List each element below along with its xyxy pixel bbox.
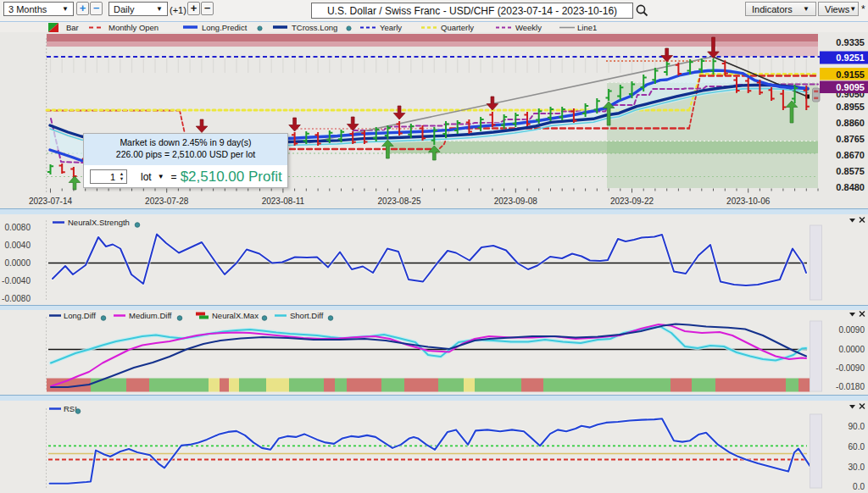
svg-text:2023-08-25: 2023-08-25 [378, 197, 422, 206]
svg-text:0.0: 0.0 [853, 482, 865, 491]
svg-text:0.9155: 0.9155 [836, 69, 865, 80]
svg-text:0.9335: 0.9335 [836, 37, 865, 47]
svg-text:-0.0080: -0.0080 [2, 294, 31, 303]
svg-text:-0.0180: -0.0180 [836, 382, 865, 391]
svg-text:0.8575: 0.8575 [836, 166, 865, 176]
svg-text:0.0090: 0.0090 [838, 325, 865, 335]
svg-text:Long.Diff: Long.Diff [64, 311, 96, 320]
svg-text:NeuralX.Max: NeuralX.Max [212, 311, 259, 320]
svg-text:Short.Diff: Short.Diff [290, 311, 324, 320]
svg-text:60.0: 60.0 [849, 442, 865, 451]
svg-text:0.0000: 0.0000 [4, 258, 31, 268]
svg-text:0.0080: 0.0080 [4, 223, 31, 232]
svg-text:0.8765: 0.8765 [836, 134, 865, 144]
svg-text:-0.0040: -0.0040 [2, 276, 31, 285]
svg-text:2023-07-14: 2023-07-14 [29, 197, 73, 206]
svg-text:Medium.Diff: Medium.Diff [129, 311, 172, 320]
svg-text:0.8670: 0.8670 [836, 150, 865, 160]
svg-text:0.0000: 0.0000 [838, 345, 865, 354]
svg-text:0.8955: 0.8955 [836, 102, 865, 112]
svg-text:90.0: 90.0 [849, 422, 865, 431]
svg-text:0.0040: 0.0040 [4, 241, 31, 250]
svg-text:-0.0090: -0.0090 [836, 363, 865, 373]
svg-text:0.8480: 0.8480 [836, 182, 865, 192]
svg-text:2023-10-06: 2023-10-06 [726, 197, 771, 206]
svg-text:NeuralX.Strength: NeuralX.Strength [68, 218, 130, 227]
svg-text:0.8860: 0.8860 [836, 118, 865, 128]
svg-text:RSI: RSI [64, 404, 77, 413]
svg-text:0.9251: 0.9251 [836, 53, 865, 63]
svg-text:2023-09-08: 2023-09-08 [494, 197, 538, 206]
svg-text:2023-09-22: 2023-09-22 [610, 197, 654, 206]
svg-text:2023-07-28: 2023-07-28 [145, 197, 189, 206]
svg-text:0.9095: 0.9095 [836, 82, 865, 92]
svg-text:2023-08-11: 2023-08-11 [262, 197, 305, 206]
svg-text:30.0: 30.0 [849, 463, 865, 472]
